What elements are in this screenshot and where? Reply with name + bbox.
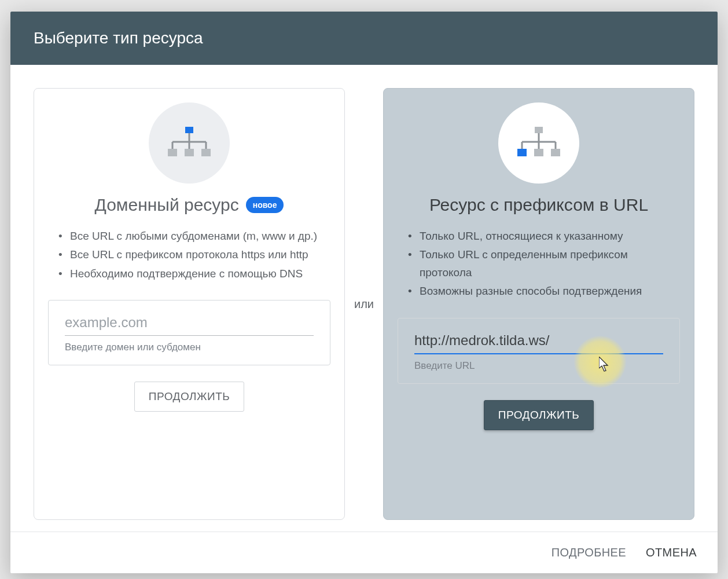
new-badge: новое (246, 197, 284, 213)
property-type-dialog: Выберите тип ресурса Доменный ресурс (10, 12, 718, 573)
url-input[interactable] (414, 328, 663, 354)
svg-rect-0 (185, 127, 193, 133)
url-bullet: Только URL с определенным префиксом прот… (402, 246, 675, 281)
svg-rect-7 (185, 149, 194, 156)
domain-property-card[interactable]: Доменный ресурс новое Все URL с любыми с… (34, 88, 345, 520)
url-bullet: Только URL, относящиеся к указанному (402, 228, 675, 245)
domain-bullet: Все URL с префиксом протокола https или … (53, 246, 326, 263)
learn-more-link[interactable]: ПОДРОБНЕЕ (551, 546, 626, 559)
domain-title-row: Доменный ресурс новое (95, 195, 284, 215)
domain-bullet-list: Все URL с любыми субдоменами (m, www и д… (48, 228, 330, 284)
domain-bullet: Необходимо подтверждение с помощью DNS (53, 265, 326, 283)
domain-input[interactable] (65, 310, 314, 336)
url-title-row: Ресурс с префиксом в URL (429, 195, 648, 215)
svg-rect-8 (201, 149, 211, 156)
url-bullet-list: Только URL, относящиеся к указанному Тол… (398, 228, 680, 302)
svg-rect-15 (517, 149, 527, 156)
svg-rect-17 (551, 149, 560, 156)
url-bullet: Возможны разные способы подтверждения (402, 283, 675, 300)
sitemap-url-icon (517, 127, 560, 159)
cancel-button[interactable]: ОТМЕНА (646, 546, 697, 559)
svg-rect-16 (534, 149, 543, 156)
domain-bullet: Все URL с любыми субдоменами (m, www и д… (53, 228, 326, 245)
domain-continue-button[interactable]: ПРОДОЛЖИТЬ (134, 382, 244, 412)
dialog-footer: ПОДРОБНЕЕ ОТМЕНА (10, 532, 718, 573)
url-icon-circle (498, 102, 579, 184)
url-continue-button[interactable]: ПРОДОЛЖИТЬ (484, 400, 594, 430)
domain-icon-circle (149, 102, 230, 184)
url-input-helper: Введите URL (414, 360, 663, 372)
sitemap-domain-icon (168, 127, 211, 159)
svg-rect-6 (168, 149, 177, 156)
url-card-title: Ресурс с префиксом в URL (429, 195, 648, 215)
domain-input-helper: Введите домен или субдомен (65, 342, 314, 353)
url-prefix-property-card[interactable]: Ресурс с префиксом в URL Только URL, отн… (383, 88, 694, 520)
url-input-box: Введите URL (398, 318, 680, 384)
svg-rect-9 (535, 127, 543, 133)
or-separator: или (351, 298, 377, 311)
domain-input-box: Введите домен или субдомен (48, 300, 330, 365)
dialog-title: Выберите тип ресурса (10, 12, 718, 65)
domain-card-title: Доменный ресурс (95, 195, 239, 215)
dialog-body: Доменный ресурс новое Все URL с любыми с… (10, 65, 718, 532)
